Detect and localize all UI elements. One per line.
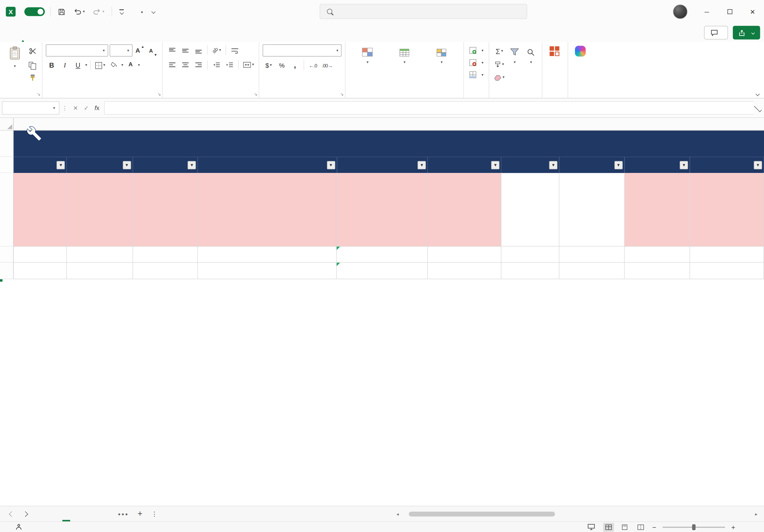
cell-E5[interactable] <box>337 263 428 279</box>
cell-A3[interactable] <box>14 173 67 247</box>
tab-formulas[interactable] <box>67 24 80 42</box>
borders-button[interactable]: ▾ <box>94 60 107 71</box>
header-date-closed[interactable]: ▼ <box>133 157 198 173</box>
sheet-tab-ai-prompt-guide[interactable] <box>87 506 100 521</box>
bold-button[interactable]: B <box>46 60 58 71</box>
quick-access-menu-button[interactable] <box>117 7 126 16</box>
increase-decimal-button[interactable]: ←.0 <box>307 60 319 71</box>
cell-G5[interactable] <box>501 263 559 279</box>
filter-button[interactable]: ▼ <box>57 161 65 169</box>
header-impact-level[interactable]: ▼ <box>501 157 559 173</box>
row-header-1[interactable] <box>0 130 14 157</box>
cell-A4[interactable] <box>14 247 67 263</box>
horizontal-scrollbar[interactable]: ◄ ► <box>396 511 758 518</box>
autosum-button[interactable]: Σ▾ <box>493 45 506 57</box>
filter-button[interactable]: ▼ <box>122 161 131 169</box>
align-center-button[interactable] <box>179 59 191 71</box>
cell-D5[interactable] <box>198 263 337 279</box>
ribbon-collapse-icon[interactable] <box>755 92 760 96</box>
share-button[interactable] <box>733 26 760 39</box>
scroll-right-icon[interactable]: ► <box>754 512 758 516</box>
tab-table-design[interactable] <box>143 24 156 42</box>
underline-button[interactable]: U <box>72 60 84 71</box>
formula-input[interactable] <box>104 101 754 114</box>
tab-page-layout[interactable] <box>55 24 67 42</box>
cell-F4[interactable] <box>428 247 501 263</box>
tab-overflow-icon[interactable]: ●●● <box>114 506 133 521</box>
cell-J4[interactable] <box>690 247 764 263</box>
cell-E3[interactable] <box>337 173 428 247</box>
cell-H5[interactable] <box>559 263 625 279</box>
tab-draw[interactable] <box>42 24 55 42</box>
filter-button[interactable]: ▼ <box>614 161 623 169</box>
cell-C5[interactable] <box>133 263 198 279</box>
saved-dropdown-icon[interactable] <box>151 10 155 14</box>
save-button[interactable] <box>56 6 67 18</box>
sheet-nav-left[interactable] <box>5 506 18 521</box>
cell-G3[interactable] <box>501 173 559 247</box>
cut-button[interactable] <box>27 45 39 57</box>
font-color-button[interactable]: A <box>125 60 136 71</box>
alignment-dialog-launcher[interactable]: ↘ <box>254 92 258 96</box>
increase-indent-button[interactable] <box>224 59 236 71</box>
sheet-nav-right[interactable] <box>18 506 32 521</box>
cell-I5[interactable] <box>625 263 690 279</box>
format-as-table-button[interactable]: ▾ <box>386 45 423 66</box>
scrollbar-track[interactable] <box>402 511 752 517</box>
search-box[interactable] <box>320 4 527 19</box>
select-all-button[interactable] <box>0 118 14 130</box>
add-sheet-button[interactable]: + <box>133 506 147 521</box>
undo-button[interactable]: ▾ <box>72 6 87 17</box>
align-left-button[interactable] <box>166 59 178 71</box>
tab-help[interactable] <box>130 24 143 42</box>
header-affected-service[interactable]: ▼ <box>337 157 428 173</box>
delete-cells-button[interactable]: ▾ <box>468 57 485 69</box>
cell-F3[interactable] <box>428 173 501 247</box>
undo-dropdown-icon[interactable]: ▾ <box>83 10 85 14</box>
all-sheets-menu-icon[interactable]: ⋮ <box>147 506 161 521</box>
comments-button[interactable] <box>704 26 728 39</box>
row-header-3[interactable] <box>0 173 14 247</box>
row-header-2[interactable] <box>0 157 14 173</box>
minimize-button[interactable]: ─ <box>695 0 718 24</box>
align-middle-button[interactable] <box>179 45 191 56</box>
header-region[interactable]: ▼ <box>625 157 690 173</box>
paste-dropdown-icon[interactable]: ▾ <box>14 64 16 68</box>
autosave-toggle[interactable] <box>24 7 45 16</box>
redo-dropdown-icon[interactable]: ▾ <box>102 10 104 14</box>
formula-bar-expand-icon[interactable] <box>754 104 762 112</box>
clipboard-dialog-launcher[interactable]: ↘ <box>37 92 41 96</box>
increase-font-button[interactable]: A▲ <box>134 45 146 56</box>
cell-H4[interactable] <box>559 247 625 263</box>
insert-function-icon[interactable]: fx <box>92 104 102 111</box>
align-top-button[interactable] <box>166 45 178 56</box>
display-settings-button[interactable] <box>587 524 598 530</box>
sheet-tab-incident-log[interactable] <box>60 506 73 521</box>
close-button[interactable]: ✕ <box>741 0 764 24</box>
header-current-status[interactable]: ▼ <box>559 157 625 173</box>
copilot-button[interactable] <box>572 45 589 60</box>
fill-button[interactable]: ▾ <box>493 59 506 70</box>
tab-view[interactable] <box>105 24 118 42</box>
cell-G4[interactable] <box>501 247 559 263</box>
percent-format-button[interactable]: % <box>276 60 287 71</box>
cell-B5[interactable] <box>67 263 133 279</box>
enter-icon[interactable]: ✓ <box>81 104 92 111</box>
maximize-button[interactable] <box>718 0 741 24</box>
cell-D4[interactable] <box>198 247 337 263</box>
align-right-button[interactable] <box>193 59 204 71</box>
align-bottom-button[interactable] <box>193 45 204 56</box>
cell-A5[interactable] <box>14 263 67 279</box>
accessibility-status[interactable] <box>16 524 25 530</box>
cell-F5[interactable] <box>428 263 501 279</box>
wrap-text-button[interactable] <box>229 45 241 56</box>
font-dialog-launcher[interactable]: ↘ <box>157 92 161 96</box>
cell-styles-button[interactable]: ▾ <box>423 45 460 66</box>
filter-button[interactable]: ▼ <box>327 161 335 169</box>
fill-handle[interactable] <box>0 279 3 282</box>
cell-J5[interactable] <box>690 263 764 279</box>
sheet-banner[interactable] <box>14 130 764 157</box>
header-incident-title[interactable]: ▼ <box>198 157 337 173</box>
format-painter-button[interactable] <box>27 72 39 83</box>
decrease-decimal-button[interactable]: .00→ <box>320 60 334 71</box>
